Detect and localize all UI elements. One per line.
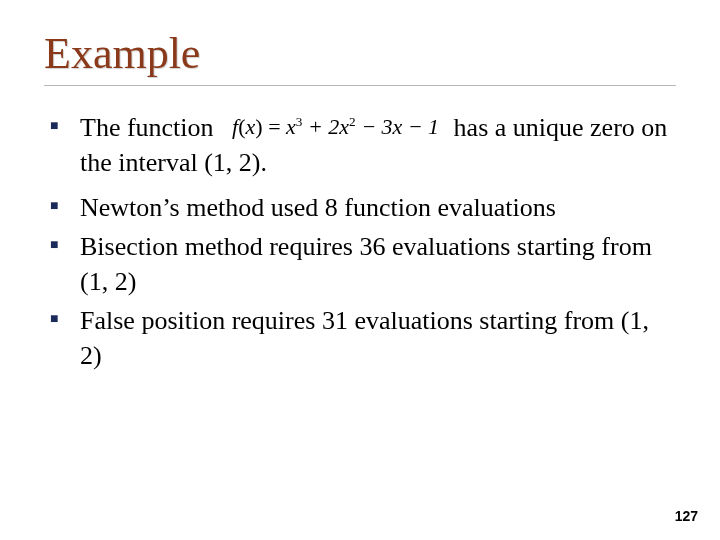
formula-var: x: [246, 114, 256, 139]
page-number: 127: [675, 508, 698, 524]
bullet-newton: Newton’s method used 8 function evaluati…: [50, 190, 676, 225]
formula: f(x) = x3 + 2x2 − 3x − 1: [232, 112, 439, 142]
bullet-text-pre: The function: [80, 113, 214, 142]
title-underline: [44, 85, 676, 86]
bullet-bisection: Bisection method requires 36 evaluations…: [50, 229, 676, 299]
bullet-false-position: False position requires 31 evaluations s…: [50, 303, 676, 373]
bullet-group-1: The function f(x) = x3 + 2x2 − 3x − 1 ha…: [44, 110, 676, 186]
bullet-function-zero: The function f(x) = x3 + 2x2 − 3x − 1 ha…: [50, 110, 676, 186]
formula-rhs: x3 + 2x2 − 3x − 1: [286, 114, 439, 139]
slide: Example The function f(x) = x3 + 2x2 − 3…: [0, 0, 720, 540]
slide-title: Example: [44, 28, 676, 79]
bullet-group-2: Newton’s method used 8 function evaluati…: [44, 190, 676, 373]
